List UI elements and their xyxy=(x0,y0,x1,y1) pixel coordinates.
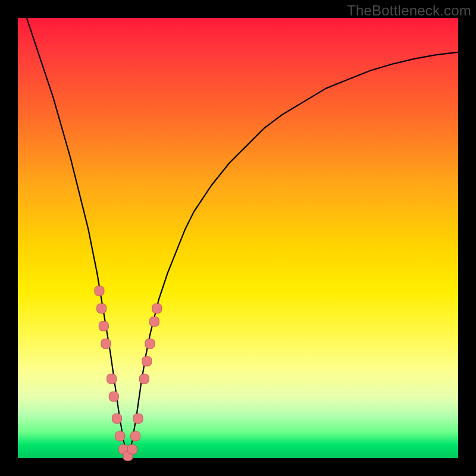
marker-point xyxy=(97,303,107,313)
marker-point xyxy=(115,431,125,441)
plot-area xyxy=(18,18,458,458)
chart-stage: TheBottleneck.com xyxy=(0,0,476,476)
marker-point xyxy=(112,414,122,423)
marker-group xyxy=(95,286,162,461)
marker-point xyxy=(149,317,159,327)
marker-point xyxy=(133,414,143,423)
marker-point xyxy=(95,286,104,296)
marker-point xyxy=(101,339,111,349)
marker-point xyxy=(139,374,149,384)
watermark-text: TheBottleneck.com xyxy=(347,2,471,19)
curve-svg xyxy=(18,18,458,458)
marker-point xyxy=(145,339,155,349)
marker-point xyxy=(142,356,152,366)
marker-point xyxy=(152,303,162,313)
marker-point xyxy=(109,392,118,401)
marker-point xyxy=(127,444,137,454)
bottleneck-curve xyxy=(27,18,458,458)
marker-point xyxy=(131,431,140,441)
marker-point xyxy=(107,374,117,384)
marker-point xyxy=(99,321,108,331)
